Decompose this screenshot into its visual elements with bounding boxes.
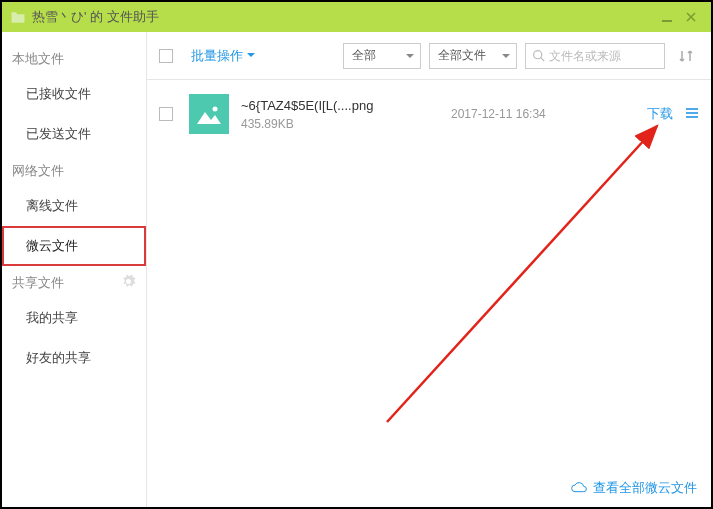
- sidebar-item-offline[interactable]: 离线文件: [2, 186, 146, 226]
- main-panel: 批量操作 全部 全部文件 ~6{TAZ4$5: [147, 32, 711, 507]
- folder-icon: [10, 11, 26, 24]
- sidebar-item-weiyun[interactable]: 微云文件: [2, 226, 146, 266]
- window-title: 热雪丶ひ' 的 文件助手: [32, 8, 159, 26]
- caret-down-icon: [247, 53, 255, 61]
- image-icon: [197, 104, 221, 124]
- close-button[interactable]: [679, 2, 703, 32]
- sidebar-item-friendshare[interactable]: 好友的共享: [2, 338, 146, 378]
- svg-rect-0: [662, 20, 672, 22]
- sort-button[interactable]: [673, 43, 699, 69]
- svg-point-3: [213, 107, 218, 112]
- footer: 查看全部微云文件: [571, 479, 697, 497]
- search-input-wrapper[interactable]: [525, 43, 665, 69]
- select-all-checkbox[interactable]: [159, 49, 173, 63]
- svg-line-2: [541, 58, 544, 61]
- sidebar: 本地文件 已接收文件 已发送文件 网络文件 离线文件 微云文件 共享文件 我的共…: [2, 32, 147, 507]
- sidebar-section-local: 本地文件: [2, 42, 146, 74]
- filter-scope-select[interactable]: 全部文件: [429, 43, 517, 69]
- search-icon: [532, 49, 545, 62]
- download-button[interactable]: 下载: [647, 105, 673, 123]
- batch-operations-button[interactable]: 批量操作: [191, 47, 255, 65]
- titlebar: 热雪丶ひ' 的 文件助手: [2, 2, 711, 32]
- sidebar-section-shared: 共享文件: [2, 266, 146, 298]
- file-checkbox[interactable]: [159, 107, 173, 121]
- filter-type-select[interactable]: 全部: [343, 43, 421, 69]
- file-date: 2017-12-11 16:34: [451, 107, 647, 121]
- sidebar-item-sent[interactable]: 已发送文件: [2, 114, 146, 154]
- minimize-button[interactable]: [655, 2, 679, 32]
- file-thumbnail: [189, 94, 229, 134]
- file-row[interactable]: ~6{TAZ4$5E(I[L(....png 435.89KB 2017-12-…: [147, 80, 711, 148]
- menu-icon[interactable]: [685, 105, 699, 123]
- file-name: ~6{TAZ4$5E(I[L(....png: [241, 98, 451, 113]
- gear-icon[interactable]: [121, 274, 136, 292]
- sidebar-item-received[interactable]: 已接收文件: [2, 74, 146, 114]
- sidebar-item-myshare[interactable]: 我的共享: [2, 298, 146, 338]
- view-all-link[interactable]: 查看全部微云文件: [593, 479, 697, 497]
- file-info: ~6{TAZ4$5E(I[L(....png 435.89KB: [241, 98, 451, 131]
- search-input[interactable]: [549, 49, 658, 63]
- annotation-arrow: [377, 112, 677, 432]
- toolbar: 批量操作 全部 全部文件: [147, 32, 711, 80]
- svg-point-1: [534, 51, 542, 59]
- sidebar-section-network: 网络文件: [2, 154, 146, 186]
- svg-line-8: [387, 126, 657, 422]
- file-size: 435.89KB: [241, 117, 451, 131]
- cloud-icon: [571, 479, 587, 497]
